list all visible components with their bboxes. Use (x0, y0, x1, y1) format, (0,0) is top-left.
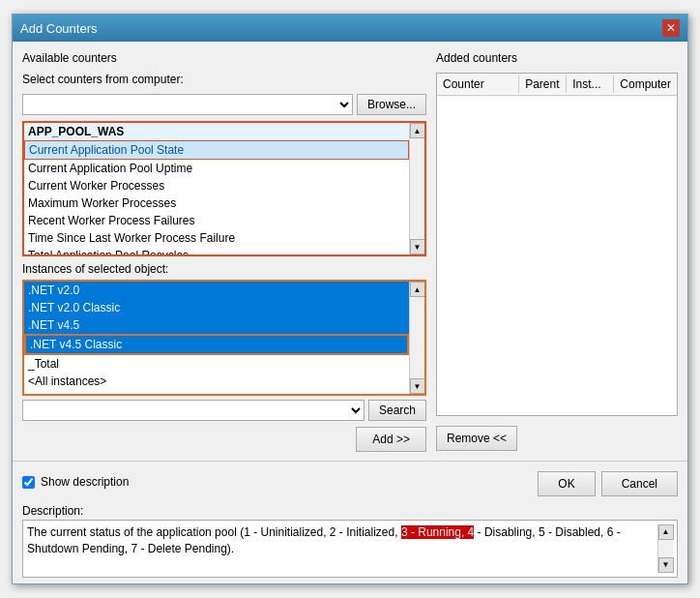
add-counters-dialog: Add Counters ✕ Available counters Select… (12, 14, 688, 584)
instances-list: .NET v2.0.NET v2.0 Classic.NET v4.5.NET … (22, 280, 426, 396)
browse-button[interactable]: Browse... (357, 94, 426, 115)
add-button[interactable]: Add >> (356, 427, 426, 452)
instance-list-item[interactable]: _Total (24, 355, 409, 373)
inst-scroll-down[interactable]: ▼ (410, 378, 425, 394)
desc-highlight: 3 - Running, 4 (401, 525, 474, 539)
instance-list-item[interactable]: .NET v4.5 Classic (24, 334, 409, 355)
desc-scrollbar: ▲ ▼ (657, 524, 673, 573)
instances-section: Instances of selected object: .NET v2.0.… (22, 262, 426, 421)
table-header-cell: Counter (437, 75, 519, 93)
show-description-checkbox[interactable] (22, 476, 35, 489)
left-panel: Available counters Select counters from … (22, 51, 426, 451)
instance-list-item[interactable]: Classic .NET AppPool (24, 390, 409, 394)
scroll-up-arrow[interactable]: ▲ (410, 123, 425, 138)
search-button[interactable]: Search (368, 400, 426, 421)
show-description-label: Show description (41, 475, 129, 489)
select-label: Select counters from computer: (22, 73, 426, 86)
instance-list-item[interactable]: <All instances> (24, 373, 409, 390)
title-bar: Add Counters ✕ (13, 15, 687, 42)
search-combo[interactable] (22, 400, 365, 421)
table-header-cell: Inst... (567, 75, 614, 93)
remove-button[interactable]: Remove << (436, 426, 517, 451)
table-header-cell: Parent (519, 75, 567, 93)
counter-list-item[interactable]: Current Worker Processes (24, 177, 409, 194)
counter-list-item[interactable]: Total Application Pool Recycles (24, 247, 409, 254)
description-box: The current status of the application po… (22, 520, 678, 578)
desc-text-before: The current status of the application po… (27, 525, 401, 539)
description-label: Description: (22, 504, 678, 518)
close-button[interactable]: ✕ (662, 19, 680, 37)
desc-text-area: The current status of the application po… (27, 524, 657, 573)
instances-scrollbar: ▲ ▼ (409, 282, 424, 394)
counter-list-item[interactable]: Time Since Last Worker Process Failure (24, 229, 409, 247)
added-table: CounterParentInst...Computer (436, 73, 678, 416)
scroll-down-arrow[interactable]: ▼ (410, 239, 425, 254)
desc-scroll-down[interactable]: ▼ (658, 557, 674, 573)
ok-button[interactable]: OK (538, 471, 595, 496)
dialog-title: Add Counters (20, 21, 98, 36)
counters-listbox[interactable]: APP_POOL_WASCurrent Application Pool Sta… (24, 123, 409, 254)
table-body (437, 96, 677, 415)
add-button-row: Add >> (22, 427, 426, 452)
ok-cancel-row: Show description OK Cancel (22, 467, 678, 500)
bottom-section: Show description OK Cancel Description: … (13, 461, 687, 583)
counters-list: APP_POOL_WASCurrent Application Pool Sta… (22, 121, 426, 256)
table-header: CounterParentInst...Computer (437, 74, 677, 96)
counters-scrollbar: ▲ ▼ (409, 123, 424, 254)
search-row: Search (22, 400, 426, 421)
instance-list-item[interactable]: .NET v2.0 (24, 282, 409, 299)
counter-list-item[interactable]: Current Application Pool State (24, 140, 409, 160)
counter-list-item[interactable]: Maximum Worker Processes (24, 194, 409, 212)
instance-list-item[interactable]: .NET v2.0 Classic (24, 299, 409, 316)
counter-list-item[interactable]: Recent Worker Process Failures (24, 212, 409, 229)
instances-label: Instances of selected object: (22, 262, 426, 276)
computer-row: Browse... (22, 94, 426, 115)
show-desc-row: Show description (22, 471, 532, 493)
inst-scroll-up[interactable]: ▲ (410, 282, 425, 297)
dialog-body: Available counters Select counters from … (13, 42, 687, 461)
counter-list-item[interactable]: Current Application Pool Uptime (24, 160, 409, 177)
instance-list-item[interactable]: .NET v4.5 (24, 316, 409, 334)
cancel-button[interactable]: Cancel (601, 471, 678, 496)
computer-select[interactable] (22, 94, 353, 115)
available-counters-label: Available counters (22, 51, 426, 65)
instances-listbox[interactable]: .NET v2.0.NET v2.0 Classic.NET v4.5.NET … (24, 282, 409, 394)
added-counters-label: Added counters (436, 51, 678, 65)
table-header-cell: Computer (614, 75, 677, 93)
counter-list-item[interactable]: APP_POOL_WAS (24, 123, 409, 140)
desc-scroll-up[interactable]: ▲ (658, 524, 674, 540)
right-panel: Added counters CounterParentInst...Compu… (436, 51, 678, 451)
